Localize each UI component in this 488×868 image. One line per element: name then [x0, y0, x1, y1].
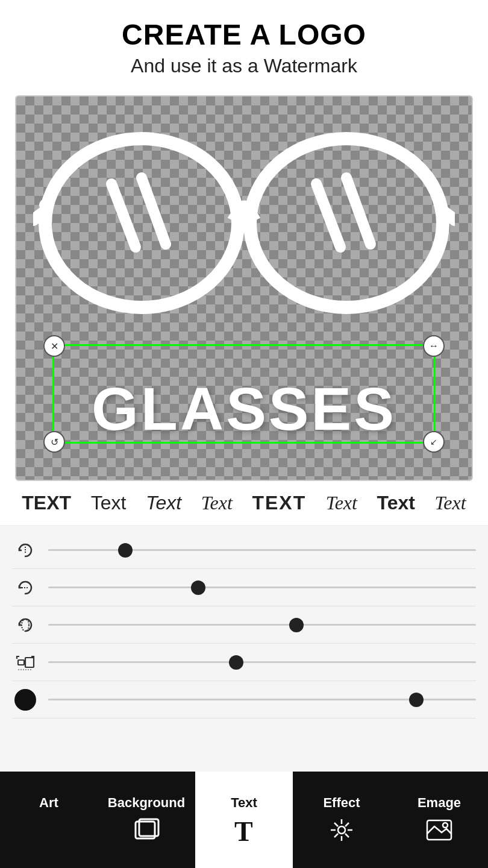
layers-icon — [132, 816, 161, 844]
text-icon: T — [230, 816, 258, 844]
color-icon — [12, 687, 39, 713]
nav-effect[interactable]: Effect — [293, 772, 390, 868]
svg-text:T: T — [234, 816, 253, 844]
svg-point-30 — [443, 823, 448, 828]
svg-line-26 — [427, 826, 434, 834]
nav-text-label: Text — [231, 795, 257, 811]
nav-background-label: Background — [108, 795, 185, 811]
slider-track-scale[interactable] — [48, 661, 476, 663]
header: CREATE A LOGO And use it as a Watermark — [0, 0, 488, 89]
slider-thumb-rotate-z[interactable] — [289, 618, 304, 632]
svg-point-24 — [338, 826, 345, 834]
slider-thumb-scale[interactable] — [229, 655, 243, 670]
svg-line-23 — [334, 823, 338, 826]
font-style-cursive[interactable]: Text — [326, 492, 357, 514]
rotate-z-icon — [12, 612, 39, 638]
slider-track-rotate-y[interactable] — [48, 587, 476, 588]
svg-rect-11 — [25, 658, 34, 667]
color-dot[interactable] — [14, 689, 36, 711]
svg-line-19 — [345, 834, 349, 837]
slider-track-rotate-x[interactable] — [48, 549, 476, 551]
nav-art-label: Art — [39, 795, 58, 811]
slider-rotate-z — [12, 606, 476, 644]
handle-close[interactable]: ✕ — [43, 335, 65, 357]
slider-rotate-x — [12, 532, 476, 569]
rotate-y-icon — [12, 574, 39, 601]
font-style-italic[interactable]: Text — [146, 492, 181, 514]
slider-thumb-color[interactable] — [409, 693, 424, 707]
bottom-navigation: Art Background Text T Effect — [0, 772, 488, 868]
slider-track-color[interactable] — [48, 699, 476, 700]
slider-thumb-rotate-x[interactable] — [118, 543, 133, 558]
nav-art[interactable]: Art — [0, 772, 98, 868]
nav-emage[interactable]: Emage — [390, 772, 488, 868]
handle-resize-h[interactable]: ↔ — [423, 335, 445, 357]
handle-resize-diag[interactable]: ↙ — [423, 431, 445, 453]
font-style-regular[interactable]: Text — [91, 492, 127, 514]
rotate-x-icon — [12, 537, 39, 564]
svg-point-0 — [45, 139, 238, 307]
page-subtitle: And use it as a Watermark — [12, 55, 476, 77]
svg-point-1 — [250, 139, 443, 307]
nav-text[interactable]: Text T — [195, 772, 293, 868]
svg-line-17 — [345, 823, 349, 826]
slider-rotate-y — [12, 569, 476, 606]
font-style-script[interactable]: Text — [201, 492, 233, 514]
font-style-bold[interactable]: TEXT — [22, 492, 71, 514]
image-icon — [425, 816, 454, 844]
svg-line-2 — [45, 204, 48, 205]
svg-line-21 — [334, 834, 338, 837]
svg-rect-10 — [18, 660, 24, 665]
slider-scale — [12, 644, 476, 681]
handle-rotate[interactable]: ↺ — [43, 431, 65, 453]
nav-background[interactable]: Background — [98, 772, 195, 868]
canvas-area[interactable]: GLASSES ✕ ↔ ↺ ↙ — [15, 95, 473, 481]
selection-box[interactable]: ✕ ↔ ↺ ↙ — [52, 344, 436, 444]
effect-icon — [327, 816, 356, 844]
font-style-row: TEXT Text Text Text TEXT Text Text Text — [0, 481, 488, 526]
svg-line-27 — [434, 826, 442, 832]
svg-line-4 — [142, 178, 166, 244]
svg-line-5 — [316, 184, 340, 247]
svg-point-9 — [22, 619, 29, 631]
moon-icon — [34, 816, 63, 844]
svg-line-28 — [442, 829, 446, 832]
slider-color — [12, 681, 476, 719]
slider-track-rotate-z[interactable] — [48, 624, 476, 626]
svg-line-3 — [111, 184, 136, 247]
sliders-panel — [0, 526, 488, 772]
nav-emage-label: Emage — [418, 795, 461, 811]
page-title: CREATE A LOGO — [12, 18, 476, 51]
nav-effect-label: Effect — [323, 795, 360, 811]
font-style-semibold[interactable]: Text — [377, 492, 415, 514]
slider-thumb-rotate-y[interactable] — [191, 580, 205, 595]
glasses-icon — [33, 127, 455, 319]
font-style-handwriting[interactable]: Text — [435, 492, 466, 514]
svg-line-6 — [346, 178, 371, 244]
font-style-wide[interactable]: TEXT — [252, 492, 306, 514]
scale-icon — [12, 649, 39, 676]
